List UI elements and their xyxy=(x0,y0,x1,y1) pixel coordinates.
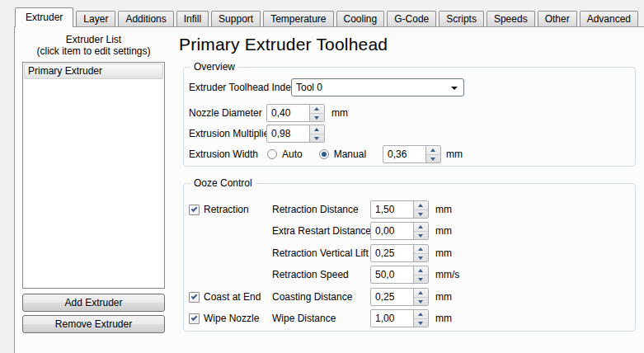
coasting-distance-value: 0,25 xyxy=(371,289,413,305)
nozzle-diameter-value: 0,40 xyxy=(267,105,309,121)
extruder-list-hint: (click item to edit settings) xyxy=(22,45,165,57)
wipe-distance-label: Wipe Distance xyxy=(272,313,370,324)
retraction-vertical-lift-label: Retraction Vertical Lift xyxy=(272,247,370,259)
wipe-distance-unit: mm xyxy=(435,313,452,324)
tab-gcode[interactable]: G-Code xyxy=(387,11,436,26)
extrusion-multiplier-value: 0,98 xyxy=(267,125,309,142)
coast-at-end-checkbox[interactable] xyxy=(189,292,200,303)
retraction-speed-value: 50,0 xyxy=(371,266,413,283)
ooze-control-legend: Ooze Control xyxy=(190,177,256,190)
spinner-up-down-icon[interactable] xyxy=(413,201,428,218)
tab-bar: Extruder Layer Additions Infill Support … xyxy=(15,7,641,27)
extra-restart-distance-spinner[interactable]: 0,00 xyxy=(370,222,429,240)
spinner-up-down-icon[interactable] xyxy=(413,266,428,283)
extrusion-width-manual-radio[interactable] xyxy=(319,149,329,159)
spinner-up-down-icon[interactable] xyxy=(413,310,428,327)
overview-legend: Overview xyxy=(190,61,238,73)
extrusion-width-row: Extrusion Width Auto Manual 0,36 mm xyxy=(189,145,630,163)
extrusion-width-auto-label: Auto xyxy=(282,148,303,160)
nozzle-diameter-label: Nozzle Diameter xyxy=(189,107,266,119)
extrusion-width-value: 0,36 xyxy=(383,146,425,162)
spinner-up-down-icon[interactable] xyxy=(413,245,428,261)
tab-temperature[interactable]: Temperature xyxy=(263,11,333,26)
retraction-speed-spinner[interactable]: 50,0 xyxy=(370,266,429,284)
spinner-up-down-icon[interactable] xyxy=(309,105,324,121)
checkmark-icon xyxy=(191,293,198,299)
extrusion-width-unit: mm xyxy=(446,148,463,160)
tab-layer[interactable]: Layer xyxy=(76,11,115,26)
retraction-distance-value: 1,50 xyxy=(371,201,413,218)
retraction-distance-unit: mm xyxy=(435,204,452,215)
overview-group: Overview Extruder Toolhead Index Tool 0 … xyxy=(183,67,636,167)
retraction-checkbox-label: Retraction xyxy=(204,204,249,215)
toolhead-index-row: Extruder Toolhead Index Tool 0 xyxy=(189,78,630,96)
retraction-row: Retraction Retraction Distance 1,50 mm xyxy=(189,200,630,219)
extrusion-width-spinner[interactable]: 0,36 xyxy=(383,145,441,163)
extra-restart-distance-unit: mm xyxy=(435,225,452,237)
retraction-vertical-lift-value: 0,25 xyxy=(371,245,413,261)
vertical-lift-row: Retraction Vertical Lift 0,25 mm xyxy=(189,244,630,262)
coasting-distance-unit: mm xyxy=(435,291,452,303)
extra-restart-distance-label: Extra Restart Distance xyxy=(272,225,370,237)
retraction-speed-label: Retraction Speed xyxy=(272,269,370,280)
retraction-vertical-lift-unit: mm xyxy=(435,247,452,259)
retraction-speed-row: Retraction Speed 50,0 mm/s xyxy=(189,266,630,284)
tab-infill[interactable]: Infill xyxy=(176,11,209,26)
retraction-distance-label: Retraction Distance xyxy=(272,204,370,215)
extra-restart-distance-value: 0,00 xyxy=(371,223,413,239)
toolhead-index-label: Extruder Toolhead Index xyxy=(189,82,291,93)
checkmark-icon xyxy=(191,205,198,212)
nozzle-diameter-spinner[interactable]: 0,40 xyxy=(266,104,325,122)
retraction-checkbox[interactable] xyxy=(189,205,200,215)
extrusion-multiplier-spinner[interactable]: 0,98 xyxy=(266,125,325,143)
extrusion-multiplier-row: Extrusion Multiplier 0,98 xyxy=(189,125,630,143)
checkmark-icon xyxy=(191,314,198,321)
wipe-nozzle-row: Wipe Nozzle Wipe Distance 1,00 mm xyxy=(189,309,630,327)
extrusion-width-manual-label: Manual xyxy=(334,148,366,160)
extrusion-multiplier-label: Extrusion Multiplier xyxy=(189,128,266,139)
wipe-nozzle-checkbox[interactable] xyxy=(189,313,200,324)
extrusion-width-label: Extrusion Width xyxy=(189,148,266,160)
toolhead-index-select[interactable]: Tool 0 xyxy=(291,78,464,96)
list-item-primary-extruder[interactable]: Primary Extruder xyxy=(24,64,163,79)
tab-speeds[interactable]: Speeds xyxy=(487,11,535,26)
chevron-down-icon xyxy=(451,87,458,90)
tab-support[interactable]: Support xyxy=(211,11,261,26)
spinner-up-down-icon[interactable] xyxy=(413,289,428,305)
nozzle-diameter-unit: mm xyxy=(331,107,348,119)
remove-extruder-button[interactable]: Remove Extruder xyxy=(22,315,165,333)
retraction-speed-unit: mm/s xyxy=(435,269,459,280)
page-title: Primary Extruder Toolhead xyxy=(179,35,388,54)
coasting-distance-spinner[interactable]: 0,25 xyxy=(370,288,429,306)
tab-advanced[interactable]: Advanced xyxy=(580,11,638,26)
coasting-distance-label: Coasting Distance xyxy=(272,291,370,303)
extruder-list-heading: Extruder List (click item to edit settin… xyxy=(22,34,165,57)
coast-at-end-row: Coast at End Coasting Distance 0,25 mm xyxy=(189,288,630,306)
tab-scripts[interactable]: Scripts xyxy=(439,11,484,26)
spinner-up-down-icon[interactable] xyxy=(413,223,428,239)
extruder-list[interactable]: Primary Extruder xyxy=(22,62,165,289)
wipe-distance-value: 1,00 xyxy=(371,310,413,327)
tab-extruder[interactable]: Extruder xyxy=(15,7,73,27)
extruder-list-title: Extruder List xyxy=(22,34,165,45)
nozzle-diameter-row: Nozzle Diameter 0,40 mm xyxy=(189,104,630,122)
retraction-distance-spinner[interactable]: 1,50 xyxy=(370,200,429,219)
spinner-up-down-icon[interactable] xyxy=(309,125,324,142)
extra-restart-row: Extra Restart Distance 0,00 mm xyxy=(189,222,630,240)
retraction-vertical-lift-spinner[interactable]: 0,25 xyxy=(370,244,429,262)
toolhead-index-value: Tool 0 xyxy=(296,82,322,93)
wipe-nozzle-checkbox-label: Wipe Nozzle xyxy=(204,313,259,324)
wipe-distance-spinner[interactable]: 1,00 xyxy=(370,309,429,327)
spinner-up-down-icon[interactable] xyxy=(425,146,440,162)
ooze-control-group: Ooze Control Retraction Retraction Dista… xyxy=(183,183,636,332)
add-extruder-button[interactable]: Add Extruder xyxy=(22,294,165,312)
tab-cooling[interactable]: Cooling xyxy=(336,11,385,26)
tab-additions[interactable]: Additions xyxy=(118,11,173,26)
coast-at-end-checkbox-label: Coast at End xyxy=(204,291,261,303)
extrusion-width-auto-radio[interactable] xyxy=(267,149,277,159)
tab-other[interactable]: Other xyxy=(538,11,577,26)
